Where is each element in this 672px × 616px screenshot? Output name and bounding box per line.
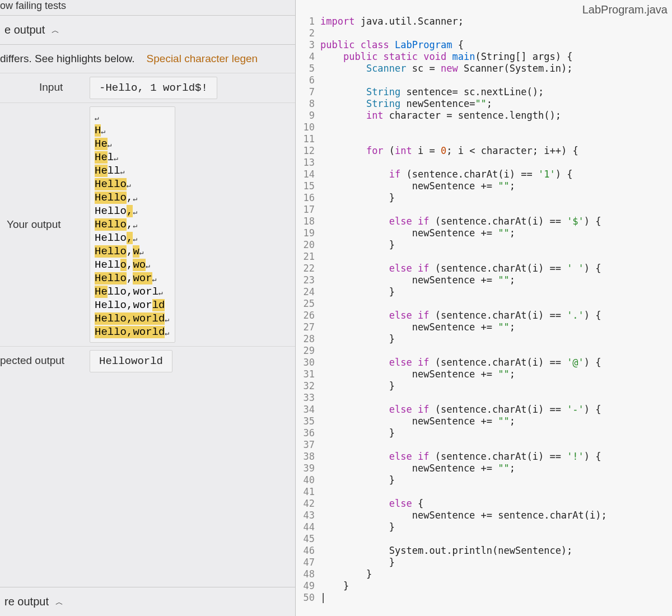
code-line: else if (sentence.charAt(i) == '@') { xyxy=(320,357,672,368)
code-editor-panel: LabProgram.java 123456789101112131415161… xyxy=(296,0,672,616)
newline-icon xyxy=(165,312,170,320)
line-number: 26 xyxy=(300,310,315,321)
line-number: 33 xyxy=(300,392,315,404)
compare-output-label: e output xyxy=(4,24,45,36)
code-line: else if (sentence.charAt(i) == ' ') { xyxy=(320,263,672,274)
line-number: 43 xyxy=(300,510,315,521)
output-line: Hel xyxy=(95,151,170,164)
line-number: 29 xyxy=(300,345,315,357)
code-line xyxy=(320,345,672,357)
compare-output-section[interactable]: e output ︿ xyxy=(0,15,295,44)
code-line: String sentence= sc.nextLine(); xyxy=(320,86,672,98)
line-number: 42 xyxy=(300,498,315,510)
newline-icon xyxy=(108,138,113,146)
code-line: } xyxy=(320,474,672,486)
line-number: 7 xyxy=(300,86,315,98)
line-number: 44 xyxy=(300,521,315,533)
line-number: 22 xyxy=(300,263,315,274)
special-char-legend-link[interactable]: Special character legen xyxy=(147,53,258,64)
newline-icon xyxy=(101,124,106,132)
newline-icon xyxy=(133,192,138,199)
differs-text: differs. See highlights below. xyxy=(0,53,134,64)
code-line: } xyxy=(320,286,672,298)
code-line xyxy=(320,486,672,498)
code-line xyxy=(320,392,672,404)
code-line: else if (sentence.charAt(i) == '!') { xyxy=(320,451,672,463)
re-output-label: re output xyxy=(4,595,49,608)
code-line: } xyxy=(320,427,672,439)
line-number: 10 xyxy=(300,122,315,133)
line-number: 9 xyxy=(300,110,315,122)
output-line xyxy=(95,110,170,124)
code-line: else { xyxy=(320,498,672,510)
output-line: Hello, xyxy=(95,231,170,245)
output-line: He xyxy=(95,137,170,151)
code-content[interactable]: import java.util.Scanner; public class L… xyxy=(320,16,672,604)
line-number: 49 xyxy=(300,580,315,592)
line-number: 16 xyxy=(300,192,315,204)
line-number: 1 xyxy=(300,16,315,27)
output-line: Hello,world xyxy=(95,298,170,312)
re-output-section[interactable]: re output ︿ xyxy=(0,587,295,616)
code-line: } xyxy=(320,580,672,592)
code-line: } xyxy=(320,333,672,345)
code-line: int character = sentence.length(); xyxy=(320,110,672,122)
line-number: 25 xyxy=(300,298,315,310)
code-editor[interactable]: 1234567891011121314151617181920212223242… xyxy=(296,0,672,604)
filename-label: LabProgram.java xyxy=(582,3,668,16)
code-line: } xyxy=(320,557,672,568)
code-line xyxy=(320,251,672,263)
chevron-up-icon: ︿ xyxy=(52,26,59,36)
line-number: 6 xyxy=(300,74,315,86)
differs-row: differs. See highlights below. Special c… xyxy=(0,44,295,73)
newline-icon xyxy=(133,218,138,226)
newline-icon xyxy=(133,232,138,240)
newline-icon xyxy=(146,259,151,267)
line-number: 19 xyxy=(300,227,315,239)
code-line: import java.util.Scanner; xyxy=(320,16,672,27)
newline-icon xyxy=(152,272,158,280)
line-number: 14 xyxy=(300,169,315,180)
output-line: Hello,wor xyxy=(95,272,170,285)
output-line: Hello xyxy=(95,178,170,191)
line-number: 41 xyxy=(300,486,315,498)
output-line: Hell xyxy=(95,164,170,178)
input-value: -Hello, 1 world$! xyxy=(90,77,217,99)
line-number: 40 xyxy=(300,474,315,486)
line-number-gutter: 1234567891011121314151617181920212223242… xyxy=(296,16,320,604)
output-line: Hello,worl xyxy=(95,285,170,298)
line-number: 34 xyxy=(300,404,315,416)
output-line: Hello,world xyxy=(95,325,170,339)
line-number: 4 xyxy=(300,51,315,63)
line-number: 27 xyxy=(300,321,315,333)
line-number: 17 xyxy=(300,204,315,216)
code-line: System.out.println(newSentence); xyxy=(320,545,672,557)
output-line: Hello,w xyxy=(95,245,170,258)
line-number: 12 xyxy=(300,145,315,157)
line-number: 2 xyxy=(300,27,315,39)
code-line xyxy=(320,27,672,39)
code-line: newSentence += ""; xyxy=(320,321,672,333)
code-line: newSentence += ""; xyxy=(320,463,672,474)
line-number: 35 xyxy=(300,416,315,427)
code-line: for (int i = 0; i < character; i++) { xyxy=(320,145,672,157)
code-line xyxy=(320,122,672,133)
code-line: else if (sentence.charAt(i) == '-') { xyxy=(320,404,672,416)
code-line: if (sentence.charAt(i) == '1') { xyxy=(320,169,672,180)
line-number: 23 xyxy=(300,274,315,286)
line-number: 39 xyxy=(300,463,315,474)
line-number: 21 xyxy=(300,251,315,263)
line-number: 31 xyxy=(300,368,315,380)
code-line: | xyxy=(320,592,672,604)
line-number: 24 xyxy=(300,286,315,298)
expected-output-row: pected output Helloworld xyxy=(0,346,295,376)
expected-output-label: pected output xyxy=(0,350,84,367)
line-number: 36 xyxy=(300,427,315,439)
output-line: Hello, xyxy=(95,204,170,218)
line-number: 28 xyxy=(300,333,315,345)
chevron-up-icon: ︿ xyxy=(55,598,63,608)
newline-icon xyxy=(133,205,138,213)
line-number: 37 xyxy=(300,439,315,451)
line-number: 15 xyxy=(300,180,315,192)
top-fragment-text: ow failing tests xyxy=(0,0,295,15)
